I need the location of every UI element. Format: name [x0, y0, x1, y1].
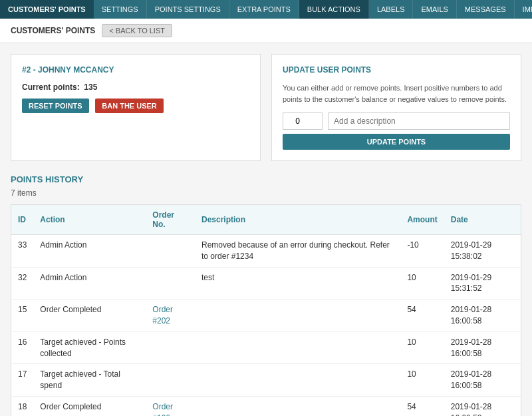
cell-id: 33 — [11, 235, 33, 268]
update-panel: UPDATE USER POINTS You can either add or… — [271, 54, 521, 161]
cell-description — [195, 331, 400, 364]
cell-description: test — [195, 267, 400, 300]
cell-amount: -10 — [400, 235, 444, 268]
page-title: CUSTOMERS' POINTS — [11, 26, 95, 35]
cell-id: 16 — [11, 331, 33, 364]
cell-order-no — [146, 331, 195, 364]
update-points-button[interactable]: UPDATE POINTS — [283, 134, 510, 150]
cell-id: 17 — [11, 364, 33, 397]
nav-item-messages[interactable]: MESSAGES — [457, 0, 515, 19]
cell-date: 2019-01-28 16:00:58 — [444, 331, 521, 364]
cell-date: 2019-01-28 16:00:58 — [444, 396, 521, 416]
cell-action: Target achieved - Total spend — [33, 364, 146, 397]
user-actions: RESET POINTS BAN THE USER — [22, 99, 249, 113]
cell-id: 15 — [11, 300, 33, 332]
order-link[interactable]: Order #196 — [152, 402, 173, 416]
update-inputs-row — [283, 112, 510, 130]
history-title: POINTS HISTORY — [11, 174, 521, 184]
nav-item-import-export[interactable]: IMPORT/EXPORT — [515, 0, 532, 19]
cell-order-no — [146, 364, 195, 397]
cell-id: 18 — [11, 396, 33, 416]
cell-action: Order Completed — [33, 396, 146, 416]
cell-description — [195, 300, 400, 332]
table-body: 33Admin ActionRemoved because of an erro… — [11, 235, 521, 417]
col-header-amount: Amount — [400, 205, 444, 235]
ban-user-button[interactable]: BAN THE USER — [95, 99, 164, 113]
panels-row: #2 - JOHNNY MCCANCY Current points: 135 … — [11, 54, 521, 161]
table-row: 33Admin ActionRemoved because of an erro… — [11, 235, 521, 268]
cell-description — [195, 364, 400, 397]
cell-amount: 10 — [400, 331, 444, 364]
cell-date: 2019-01-28 16:00:58 — [444, 300, 521, 332]
update-description: You can either add or remove points. Ins… — [283, 83, 510, 104]
cell-order-no[interactable]: Order #196 — [146, 396, 195, 416]
cell-description — [195, 396, 400, 416]
history-table-wrapper: ID Action Order No. Description Amount D… — [11, 204, 521, 416]
nav-item-settings[interactable]: SETTINGS — [94, 0, 147, 19]
col-header-description: Description — [195, 205, 400, 235]
history-section: POINTS HISTORY 7 items ID Action Order N… — [11, 174, 521, 416]
table-header-row: ID Action Order No. Description Amount D… — [11, 205, 521, 235]
user-panel: #2 - JOHNNY MCCANCY Current points: 135 … — [11, 54, 261, 161]
cell-amount: 10 — [400, 364, 444, 397]
cell-action: Order Completed — [33, 300, 146, 332]
points-input[interactable] — [283, 112, 323, 130]
nav-items: SETTINGS POINTS SETTINGS EXTRA POINTS BU… — [94, 0, 532, 19]
cell-date: 2019-01-28 16:00:58 — [444, 364, 521, 397]
current-points-value: 135 — [84, 83, 97, 92]
user-panel-title: #2 - JOHNNY MCCANCY — [22, 65, 249, 75]
cell-action: Admin Action — [33, 235, 146, 268]
history-table: ID Action Order No. Description Amount D… — [11, 205, 521, 416]
order-link[interactable]: Order #202 — [152, 305, 173, 325]
table-row: 15Order CompletedOrder #202542019-01-28 … — [11, 300, 521, 332]
table-row: 18Order CompletedOrder #196542019-01-28 … — [11, 396, 521, 416]
main-content: #2 - JOHNNY MCCANCY Current points: 135 … — [0, 43, 532, 416]
cell-order-no — [146, 267, 195, 300]
back-to-list-button[interactable]: < BACK TO LIST — [102, 24, 172, 37]
update-panel-title: UPDATE USER POINTS — [283, 65, 510, 75]
col-header-action: Action — [33, 205, 146, 235]
cell-date: 2019-01-29 15:31:52 — [444, 267, 521, 300]
cell-date: 2019-01-29 15:38:02 — [444, 235, 521, 268]
cell-amount: 54 — [400, 300, 444, 332]
reset-points-button[interactable]: RESET POINTS — [22, 99, 89, 113]
breadcrumb-bar: CUSTOMERS' POINTS < BACK TO LIST — [0, 19, 532, 43]
nav-item-points-settings[interactable]: POINTS SETTINGS — [147, 0, 229, 19]
nav-item-labels[interactable]: LABELS — [369, 0, 414, 19]
cell-id: 32 — [11, 267, 33, 300]
item-count-top: 7 items — [11, 188, 521, 198]
cell-description: Removed because of an error during check… — [195, 235, 400, 268]
nav-item-extra-points[interactable]: EXTRA POINTS — [229, 0, 299, 19]
current-points-info: Current points: 135 — [22, 83, 249, 92]
cell-action: Target achieved - Points collected — [33, 331, 146, 364]
description-input[interactable] — [328, 112, 510, 130]
cell-amount: 54 — [400, 396, 444, 416]
nav-brand: CUSTOMERS' POINTS — [0, 0, 94, 19]
table-row: 32Admin Actiontest102019-01-29 15:31:52 — [11, 267, 521, 300]
cell-action: Admin Action — [33, 267, 146, 300]
cell-amount: 10 — [400, 267, 444, 300]
nav-item-emails[interactable]: EMAILS — [413, 0, 456, 19]
cell-order-no — [146, 235, 195, 268]
top-nav: CUSTOMERS' POINTS SETTINGS POINTS SETTIN… — [0, 0, 532, 19]
nav-item-bulk-actions[interactable]: BULK ACTIONS — [299, 0, 369, 19]
current-points-label: Current points: — [22, 83, 80, 92]
table-row: 17Target achieved - Total spend102019-01… — [11, 364, 521, 397]
cell-order-no[interactable]: Order #202 — [146, 300, 195, 332]
table-row: 16Target achieved - Points collected1020… — [11, 331, 521, 364]
col-header-id: ID — [11, 205, 33, 235]
col-header-order-no: Order No. — [146, 205, 195, 235]
update-controls: UPDATE POINTS — [283, 112, 510, 150]
col-header-date: Date — [444, 205, 521, 235]
